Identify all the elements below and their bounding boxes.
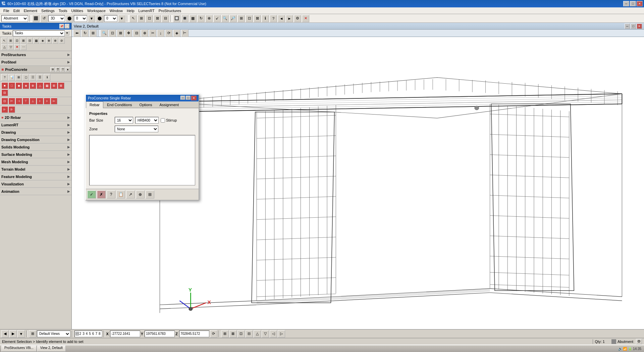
lt-delete[interactable]: ✕ <box>14 44 20 50</box>
vt-update[interactable]: ⟳ <box>165 30 172 37</box>
vt-rotate[interactable]: ↻ <box>81 30 89 37</box>
abutment-select[interactable]: Abutment <box>1 15 28 22</box>
dialog-extra-btn[interactable]: ⊞ <box>146 190 154 199</box>
tb-view10[interactable]: ⊡ <box>246 15 253 22</box>
pc-icon-t1[interactable]: ⊩ <box>1 106 8 113</box>
section-surface[interactable]: Surface Modeling ▶ <box>0 151 71 158</box>
tb-red[interactable]: ✕ <box>302 15 309 22</box>
vt-clip[interactable]: ✂ <box>149 30 156 37</box>
tb-btn-3[interactable]: ⬤ <box>66 15 73 22</box>
dialog-title-bar[interactable]: ProConcrete Single Rebar ─ □ ✕ <box>86 95 199 101</box>
vt-snap1[interactable]: ⊞ <box>89 30 97 37</box>
view-tab-5[interactable]: 5 <box>88 332 92 336</box>
nav-back[interactable]: ◀ <box>1 330 9 338</box>
section-mesh[interactable]: Mesh Modeling ▶ <box>0 158 71 166</box>
nav-down[interactable]: ▼ <box>17 330 25 338</box>
view-nav6[interactable]: ▽ <box>262 330 269 338</box>
vt-pan[interactable]: ✥ <box>125 30 132 37</box>
pc-icon-r2[interactable]: □ <box>8 82 15 89</box>
menu-lumenrt[interactable]: LumenRT <box>137 8 157 13</box>
view-tab-2[interactable]: 2 <box>79 332 82 336</box>
section-lumenrt[interactable]: LumenRT ▶ <box>0 121 71 129</box>
section-animation[interactable]: Animation ▶ <box>0 188 71 195</box>
menu-settings[interactable]: Settings <box>39 8 57 13</box>
pc-icon-table2[interactable]: ☰ <box>37 74 43 81</box>
view-tab-8[interactable]: 8 <box>98 332 101 336</box>
status-settings-btn[interactable]: ⚙ <box>636 339 642 344</box>
tb-view7[interactable]: 🔍 <box>221 15 229 22</box>
tb-snap3[interactable]: ⊠ <box>154 15 161 22</box>
menu-help[interactable]: Help <box>125 8 137 13</box>
pc-icon-table[interactable]: ☷ <box>30 74 36 81</box>
view-tab-6[interactable]: 6 <box>92 332 95 336</box>
vt-attach[interactable]: ⊢ <box>181 30 189 37</box>
section-solids[interactable]: Solids Modeling ▶ <box>0 143 71 151</box>
tb-select-2[interactable]: 3D <box>48 15 65 22</box>
menu-workspace[interactable]: Workspace <box>85 8 108 13</box>
nav-forward[interactable]: ▶ <box>9 330 17 338</box>
pc-icon-s1[interactable]: ⊡ <box>1 98 8 104</box>
section-2drebar[interactable]: ■ 2D Rebar ▶ <box>0 114 71 121</box>
view-nav8[interactable]: ▷ <box>278 330 285 338</box>
section-terrain[interactable]: Terrain Model ▶ <box>0 166 71 173</box>
menu-tools[interactable]: Tools <box>57 8 69 13</box>
section-proconcrete[interactable]: ■ ProConcrete ⊞ ☰ ☷ ▲ <box>0 66 71 73</box>
pc-icon-info[interactable]: ℹ <box>44 74 50 81</box>
tb-btn-6[interactable]: ▼ <box>118 15 125 22</box>
lt-more[interactable]: ⋯ <box>20 44 26 50</box>
tb-view6[interactable]: ↙ <box>213 15 221 22</box>
lt-tool3[interactable]: ⊕ <box>46 38 52 44</box>
zone-select[interactable]: None Zone 1 Zone 2 <box>115 126 158 132</box>
menu-prostructures[interactable]: ProStructures <box>157 8 183 13</box>
tb-view5[interactable]: ⊕ <box>205 15 213 22</box>
proconcrete-grid-btn[interactable]: ⊞ <box>50 67 55 72</box>
tb-info[interactable]: ℹ <box>262 15 269 22</box>
lt-tool6[interactable]: △ <box>1 44 7 50</box>
lt-multi3[interactable]: ⊠ <box>20 38 26 44</box>
tb-nav1[interactable]: ◄ <box>278 15 285 22</box>
tb-btn-2[interactable]: ↺ <box>40 15 48 22</box>
tasks-close-button[interactable]: ✕ <box>65 24 69 29</box>
section-feature[interactable]: Feature Modeling ▶ <box>0 173 71 180</box>
lt-multi1[interactable]: ⊞ <box>8 38 14 44</box>
lt-tool1[interactable]: ▦ <box>33 38 39 44</box>
dialog-cancel-btn[interactable]: ✗ <box>97 190 106 199</box>
view-minimize[interactable]: ─ <box>625 24 630 29</box>
y-coord-input[interactable] <box>145 331 175 337</box>
vt-level[interactable]: ↕ <box>157 30 164 37</box>
view-nav3[interactable]: ⊡ <box>237 330 245 338</box>
pc-icon-r4[interactable]: ◈ <box>22 82 29 89</box>
dialog-add-btn[interactable]: ⊕ <box>136 190 145 199</box>
lt-tool2[interactable]: ◈ <box>40 38 46 44</box>
menu-element[interactable]: Element <box>22 8 39 13</box>
restore-button[interactable]: □ <box>630 1 636 6</box>
dialog-close-btn[interactable]: ✕ <box>191 96 197 100</box>
vt-zoom1[interactable]: 🔍 <box>101 30 108 37</box>
tb-snap2[interactable]: ⊡ <box>146 15 153 22</box>
coord-sync-btn[interactable]: ⟳ <box>210 330 217 338</box>
tb-view11[interactable]: ⊠ <box>254 15 261 22</box>
lt-tool4[interactable]: ⊗ <box>52 38 58 44</box>
tb-select-3[interactable]: 0 <box>74 15 87 22</box>
tb-nav2[interactable]: ► <box>286 15 293 22</box>
lt-select[interactable]: ↖ <box>1 38 7 44</box>
select-tool[interactable]: ↖ <box>129 15 137 22</box>
section-drawing[interactable]: Drawing ▶ <box>0 129 71 136</box>
proconcrete-expand-btn[interactable]: ▲ <box>65 67 70 72</box>
taskbar-btn-view[interactable]: View 2, Default <box>37 346 66 352</box>
bar-size-select[interactable]: 16 12 20 25 <box>115 117 133 124</box>
pc-icon-r8[interactable]: ⊞ <box>51 82 57 89</box>
section-drawing-composition[interactable]: Drawing Composition ▶ <box>0 136 71 143</box>
tb-btn-1[interactable]: ⬛ <box>32 15 40 22</box>
tb-settings[interactable]: ⚙ <box>294 15 301 22</box>
dialog-minimize-btn[interactable]: ─ <box>180 96 185 100</box>
tasks-options-button[interactable]: ▼ <box>65 31 69 36</box>
tb-view8[interactable]: 🔎 <box>229 15 237 22</box>
pc-icon-r5[interactable]: ⊕ <box>30 82 36 89</box>
menu-file[interactable]: File <box>1 8 11 13</box>
pc-icon-s2[interactable]: ⊢ <box>8 98 15 104</box>
dialog-tab-rebar[interactable]: Rebar <box>86 101 103 108</box>
vt-window[interactable]: ⊕ <box>141 30 148 37</box>
dialog-help-btn[interactable]: ? <box>107 190 115 199</box>
proconcrete-list-btn[interactable]: ☰ <box>55 67 60 72</box>
